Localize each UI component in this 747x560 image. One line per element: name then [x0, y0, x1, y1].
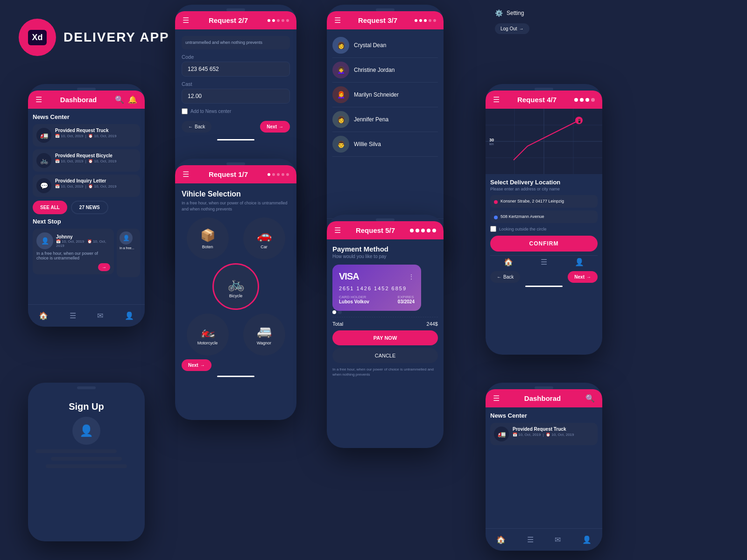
signup-field-3[interactable] — [46, 464, 127, 468]
contact-name-christine: Christine Jordan — [354, 67, 395, 73]
vehicle-bicycle[interactable]: 🚲 Bicycle — [212, 263, 259, 310]
user-nav-icon[interactable]: 👤 — [125, 311, 134, 320]
next-button-2[interactable]: Next → — [260, 121, 290, 133]
phone-signup: Sign Up 👤 — [28, 383, 145, 541]
contact-jennifer[interactable]: 👩 Jennifer Pena — [332, 107, 438, 132]
menu-icon[interactable]: ☰ — [35, 95, 42, 104]
visa-card[interactable]: VISA ⋮ 2651 1426 1452 6859 CARD HOLDER L… — [332, 265, 421, 311]
c-pdot-1 — [415, 19, 417, 22]
phone7-user-icon[interactable]: 👤 — [582, 535, 592, 544]
contact-name-jennifer: Jennifer Pena — [354, 116, 388, 123]
v-pdot-4 — [282, 173, 284, 176]
next-stop-item[interactable]: 👤 Johnny 📅 10, Oct, 2019 ⏰ 10, Oct, 2019… — [33, 229, 114, 274]
phone3-body: Vihicle Selection In a free hour, when o… — [175, 183, 296, 384]
vehicle-car[interactable]: 🚗 Car — [243, 217, 285, 259]
news-checkbox[interactable] — [182, 108, 188, 114]
expires-label: EXPIRES — [398, 295, 415, 299]
pay-now-button[interactable]: PAY NOW — [332, 330, 438, 345]
news-item-1[interactable]: 🚛 Provided Request Truck 📅 10, Oct, 2019… — [33, 124, 140, 147]
vehicle-motorcycle[interactable]: 🏍️ Motorcycle — [187, 314, 229, 356]
news-date-1: 📅 10, Oct, 2019 | ⏰ 10, Oct, 2019 — [55, 134, 116, 138]
setting-area: ⚙️ Setting — [495, 9, 524, 17]
back-button-2[interactable]: ← Back — [182, 121, 211, 133]
pdot-4 — [282, 19, 284, 22]
next-stop-item-mini[interactable]: 👤 In a free... — [117, 229, 140, 277]
logout-button[interactable]: Log Out → — [495, 23, 529, 34]
carousel-dot-2[interactable] — [338, 310, 342, 314]
see-all-button[interactable]: SEE ALL — [33, 201, 67, 214]
card-menu-icon[interactable]: ⋮ — [408, 273, 415, 280]
phone7-header: ☰ Dashborad 🔍 — [486, 389, 602, 407]
signup-field-2[interactable] — [51, 457, 122, 461]
vehicle-wagnor[interactable]: 🚐 Wagnor — [243, 314, 285, 356]
list-nav-icon[interactable]: ☰ — [70, 311, 76, 320]
phone7-list-icon[interactable]: ☰ — [527, 535, 534, 544]
phone2-menu-icon[interactable]: ☰ — [183, 16, 189, 25]
phone6-menu-icon[interactable]: ☰ — [493, 95, 500, 104]
arrow-icon[interactable]: → — [98, 263, 110, 271]
phone3-header: ☰ Request 1/7 — [175, 165, 296, 183]
cast-input[interactable] — [182, 89, 290, 104]
delivery-map: 📱 30 km — [486, 109, 602, 174]
location-text-2: 508 Kertzmann Avenue — [500, 214, 544, 219]
cast-label: Cast — [182, 81, 290, 87]
next-button-3[interactable]: Next → — [182, 359, 211, 371]
home-nav-icon[interactable]: 🏠 — [39, 311, 48, 320]
next-button-6[interactable]: Next → — [568, 271, 598, 283]
carousel-dot-1[interactable] — [332, 310, 336, 314]
p-dot-active-3 — [421, 229, 425, 232]
home-indicator-6 — [525, 286, 563, 287]
avatar-signup: 👤 — [72, 417, 100, 445]
location-text-1: Konsner Strabe, 2 04177 Leinpzig — [500, 199, 564, 203]
outside-circle-checkbox[interactable] — [490, 226, 496, 232]
news-count-button[interactable]: 27 NEWS — [71, 201, 108, 214]
signup-field-1[interactable] — [35, 449, 117, 453]
bell-icon[interactable]: 🔔 — [128, 95, 137, 104]
news-item-2[interactable]: 🚲 Provided Request Bicycle 📅 10, Oct, 20… — [33, 149, 140, 172]
phone7-mail-icon[interactable]: ✉ — [555, 535, 561, 544]
logo-circle: Xd — [19, 19, 56, 56]
wagnor-icon: 🚐 — [257, 324, 272, 339]
phone7-home-icon[interactable]: 🏠 — [496, 535, 506, 544]
avatar-marilyn: 👩‍🦰 — [332, 86, 349, 103]
pdot-3 — [277, 19, 280, 22]
phone3-menu-icon[interactable]: ☰ — [183, 170, 189, 179]
cancel-button[interactable]: CANCLE — [332, 348, 438, 363]
delivery-nav-row: ← Back Next → — [490, 271, 598, 283]
xd-badge: Xd — [28, 30, 46, 45]
search-icon[interactable]: 🔍 — [115, 95, 124, 104]
mail-nav-icon[interactable]: ✉ — [97, 311, 103, 320]
list-nav-delivery[interactable]: ☰ — [541, 258, 547, 266]
phone5-menu-icon[interactable]: ☰ — [334, 226, 341, 235]
code-input[interactable] — [182, 62, 290, 77]
phone7-menu-icon[interactable]: ☰ — [493, 394, 500, 403]
location-item-2[interactable]: 508 Kertzmann Avenue — [490, 210, 598, 223]
phone7-search-icon[interactable]: 🔍 — [585, 394, 595, 403]
phone4-title: Request 3/7 — [341, 16, 415, 24]
phone2-body: untrammelled and when nothing prevents C… — [175, 29, 296, 147]
contact-name-marilyn: Marilyn Schneider — [354, 91, 399, 98]
contact-crystal[interactable]: 👩 Crystal Dean — [332, 33, 438, 58]
news-item-3[interactable]: 💬 Provided Inquiry Letter 📅 10, Oct, 201… — [33, 175, 140, 197]
location-item-1[interactable]: Konsner Strabe, 2 04177 Leinpzig — [490, 195, 598, 208]
user-nav-delivery[interactable]: 👤 — [575, 258, 584, 266]
home-nav-delivery[interactable]: 🏠 — [504, 258, 513, 266]
phone7-body: News Center 🚛 Provided Request Truck 📅 1… — [486, 407, 602, 453]
contact-christine[interactable]: 👩‍🦱 Christine Jordan — [332, 58, 438, 83]
phone4-header: ☰ Request 3/7 — [327, 11, 444, 29]
bicycle-vehicle-icon: 🚲 — [227, 275, 245, 292]
gear-icon: ⚙️ — [495, 9, 503, 17]
letter-icon: 💬 — [36, 178, 51, 193]
v-pdot-1 — [268, 173, 270, 176]
phone4-menu-icon[interactable]: ☰ — [334, 16, 341, 25]
truck-icon: 🚛 — [36, 128, 51, 143]
contact-name-crystal: Crystal Dean — [354, 42, 386, 49]
form-nav-row: ← Back Next → — [182, 121, 290, 133]
vehicle-boten[interactable]: 📦 Boten — [187, 217, 229, 259]
back-button-6[interactable]: ← Back — [490, 271, 520, 283]
contact-willie[interactable]: 👨 Willie Silva — [332, 132, 438, 157]
phone7-news-1[interactable]: 🚛 Provided Request Truck 📅 10, Oct, 2019… — [490, 423, 598, 445]
contact-marilyn[interactable]: 👩‍🦰 Marilyn Schneider — [332, 83, 438, 107]
news-date-3: 📅 10, Oct, 2019 | ⏰ 10, Oct, 2019 — [55, 184, 116, 189]
confirm-button[interactable]: CONFIRM — [490, 236, 598, 252]
